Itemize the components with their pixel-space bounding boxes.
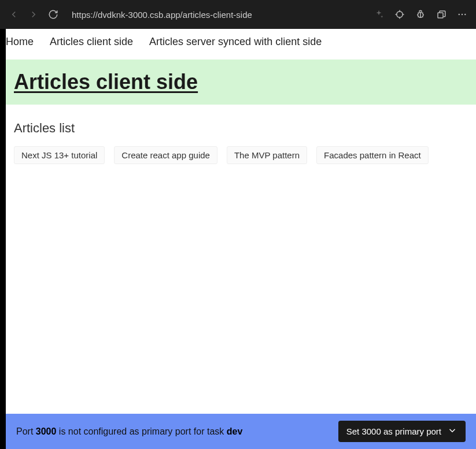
article-chip[interactable]: Next JS 13+ tutorial xyxy=(14,146,105,164)
port-banner: Port 3000 is not configured as primary p… xyxy=(6,414,476,449)
sparkle-icon[interactable] xyxy=(373,9,385,20)
port-message: Port 3000 is not configured as primary p… xyxy=(16,426,242,437)
nav-bar: Home Articles client side Articles serve… xyxy=(0,29,476,55)
section-heading: Articles list xyxy=(14,121,462,136)
article-chip[interactable]: The MVP pattern xyxy=(227,146,307,164)
svg-line-9 xyxy=(418,13,419,13)
bug-icon[interactable] xyxy=(415,9,426,20)
open-external-icon[interactable] xyxy=(436,9,447,20)
left-gutter xyxy=(0,29,6,449)
more-icon[interactable] xyxy=(456,9,468,20)
article-chip[interactable]: Create react app guide xyxy=(114,146,217,164)
articles-list: Next JS 13+ tutorial Create react app gu… xyxy=(14,146,462,164)
address-bar[interactable]: https://dvdknk-3000.csb.app/articles-cli… xyxy=(67,10,365,20)
svg-point-0 xyxy=(397,12,403,18)
port-task: dev xyxy=(227,426,243,436)
title-banner: Articles client side xyxy=(0,60,476,105)
page-title: Articles client side xyxy=(14,70,462,94)
article-chip[interactable]: Facades pattern in React xyxy=(316,146,429,164)
port-button-label: Set 3000 as primary port xyxy=(346,426,441,436)
port-number: 3000 xyxy=(36,426,57,436)
svg-line-12 xyxy=(422,17,423,17)
port-msg-middle: is not configured as primary port for ta… xyxy=(56,426,226,436)
content-area: Articles list Next JS 13+ tutorial Creat… xyxy=(0,105,476,180)
reload-icon[interactable] xyxy=(47,9,59,20)
nav-forward-icon[interactable] xyxy=(28,9,39,20)
set-primary-port-button[interactable]: Set 3000 as primary port xyxy=(338,421,466,442)
svg-point-14 xyxy=(459,14,460,15)
svg-line-11 xyxy=(418,17,419,17)
chevron-down-icon xyxy=(447,425,457,437)
nav-back-icon[interactable] xyxy=(8,9,20,20)
crosshair-icon[interactable] xyxy=(394,9,405,20)
svg-rect-13 xyxy=(438,13,443,18)
svg-point-16 xyxy=(464,14,466,15)
nav-link-articles-server[interactable]: Articles server synced with client side xyxy=(149,36,322,48)
nav-link-home[interactable]: Home xyxy=(6,36,34,48)
browser-toolbar: https://dvdknk-3000.csb.app/articles-cli… xyxy=(0,0,476,29)
nav-link-articles-client[interactable]: Articles client side xyxy=(50,36,133,48)
port-msg-prefix: Port xyxy=(16,426,36,436)
svg-point-15 xyxy=(462,14,463,15)
svg-line-10 xyxy=(422,13,423,13)
